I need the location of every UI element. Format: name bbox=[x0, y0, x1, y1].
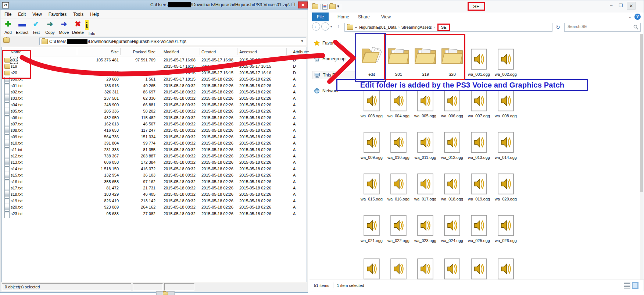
file-tile-wa_008.ogg[interactable]: wa_008.ogg bbox=[494, 89, 518, 118]
file-tile-S19[interactable]: S19 bbox=[413, 39, 437, 77]
file-tile-wa_001.ogg[interactable]: wa_001.ogg bbox=[467, 47, 491, 77]
file-tile-wa_012.ogg[interactable]: wa_012.ogg bbox=[440, 131, 464, 160]
table-row[interactable]: s17.txt81 47221 7312015-05-18 00:322015-… bbox=[2, 185, 307, 191]
column-divider[interactable] bbox=[157, 48, 157, 55]
maximize-button[interactable]: ❐ bbox=[289, 1, 297, 8]
table-row[interactable]: s192015-05-17 16:152015-05-17 16:142015-… bbox=[2, 63, 307, 70]
file-tile-wa_022.ogg[interactable]: wa_022.ogg bbox=[386, 214, 411, 243]
tab-file[interactable]: File bbox=[312, 13, 329, 21]
file-tile-wa_006.ogg[interactable]: wa_006.ogg bbox=[440, 89, 464, 118]
minimize-button[interactable]: – bbox=[607, 2, 616, 10]
tab-home[interactable]: Home bbox=[333, 13, 354, 21]
file-tile-S01[interactable]: S01 bbox=[386, 39, 411, 77]
breadcrumb-collapsed[interactable]: « bbox=[355, 25, 357, 29]
column-header-modified[interactable]: Modified bbox=[164, 49, 179, 55]
new-folder-icon[interactable] bbox=[329, 4, 336, 9]
file-tile-wa_016.ogg[interactable]: wa_016.ogg bbox=[386, 172, 411, 201]
tab-share[interactable]: Share bbox=[353, 13, 375, 21]
file-tile-wa_013.ogg[interactable]: wa_013.ogg bbox=[467, 131, 491, 160]
scrollbar-thumb[interactable] bbox=[640, 34, 643, 192]
details-view-toggle-icon[interactable] bbox=[624, 282, 630, 289]
table-row[interactable]: s00.txt29 6881 5612015-05-17 18:152015-0… bbox=[2, 76, 307, 82]
column-header-name[interactable]: Name bbox=[11, 49, 21, 55]
table-row[interactable]: s01105 376 48197 591 7092015-05-17 16:08… bbox=[2, 57, 307, 63]
table-row[interactable]: s02.txt326 31186 6972015-05-18 00:322015… bbox=[2, 89, 307, 95]
search-icon[interactable] bbox=[633, 25, 638, 30]
table-row[interactable]: s13.txt606 058172 3842015-05-18 00:32201… bbox=[2, 159, 307, 166]
column-divider[interactable] bbox=[120, 48, 121, 55]
back-button[interactable]: ← bbox=[312, 22, 320, 31]
table-row[interactable]: s23.txt95 68327 0822015-05-18 00:322015-… bbox=[2, 211, 307, 217]
menu-item-view[interactable]: View bbox=[29, 12, 45, 17]
column-divider[interactable] bbox=[77, 48, 77, 55]
maximize-button[interactable]: ❐ bbox=[616, 2, 625, 10]
table-row[interactable]: s19.txt826 419213 1422015-05-18 00:32201… bbox=[2, 198, 307, 204]
file-tile-wa_021.ogg[interactable]: wa_021.ogg bbox=[359, 214, 384, 243]
file-tile-wa_007.ogg[interactable]: wa_007.ogg bbox=[467, 89, 491, 118]
file-tile-wa_024.ogg[interactable]: wa_024.ogg bbox=[440, 214, 464, 243]
thumbnail-view-toggle-icon[interactable] bbox=[632, 282, 638, 289]
column-divider[interactable] bbox=[237, 48, 237, 55]
file-tile-wa_025.ogg[interactable]: wa_025.ogg bbox=[467, 214, 491, 243]
table-row[interactable]: s20.txt923 089264 1622015-05-18 00:32201… bbox=[2, 204, 307, 210]
menu-item-edit[interactable]: Edit bbox=[15, 12, 29, 17]
column-header-packed-size[interactable]: Packed Size bbox=[121, 49, 155, 55]
refresh-button[interactable]: ↻ bbox=[554, 23, 562, 32]
sevenzip-titlebar[interactable]: 7z C:\Users\Downloads\Higurashi\Higurash… bbox=[0, 0, 308, 10]
table-row[interactable]: s10.txt391 80499 7742015-05-18 00:322015… bbox=[2, 140, 307, 146]
file-tile-wa_002.ogg[interactable]: wa_002.ogg bbox=[494, 47, 518, 77]
recent-pages-dropdown-icon[interactable]: ▾ bbox=[330, 25, 332, 28]
column-header-size[interactable]: Size bbox=[78, 49, 119, 55]
table-row[interactable]: s16.txt355 65897 1622015-05-18 00:322015… bbox=[2, 179, 307, 185]
file-tile-wa_009.ogg[interactable]: wa_009.ogg bbox=[359, 131, 384, 160]
column-divider[interactable] bbox=[200, 48, 200, 55]
table-row[interactable]: s09.txt564 736151 3342015-05-18 00:32201… bbox=[2, 134, 307, 140]
taskbar-fragment[interactable] bbox=[156, 291, 175, 295]
copy-button[interactable]: ➜Copy bbox=[43, 18, 57, 36]
table-row[interactable]: s18.txt183 42946 4052015-05-18 00:322015… bbox=[2, 191, 307, 198]
column-header-attributes[interactable]: Attributes bbox=[293, 49, 310, 55]
address-bar[interactable]: «HigurashiEp01_Data›StreamingAssets›SE ⌄ bbox=[344, 23, 552, 32]
info-button[interactable]: iInfo bbox=[85, 18, 99, 36]
table-row[interactable]: s07.txt162 61346 5072015-05-18 00:322015… bbox=[2, 121, 307, 127]
file-tile[interactable] bbox=[467, 257, 491, 280]
menu-item-favorites[interactable]: Favorites bbox=[45, 12, 70, 17]
file-tile-edit[interactable]: edit bbox=[359, 39, 384, 77]
breadcrumb-item-higurashiep01_data[interactable]: HigurashiEp01_Data bbox=[359, 25, 397, 29]
file-tile[interactable] bbox=[413, 257, 437, 280]
file-tile-wa_011.ogg[interactable]: wa_011.ogg bbox=[413, 131, 437, 160]
column-header-accessed[interactable]: Accessed bbox=[239, 49, 257, 55]
file-tile[interactable] bbox=[386, 257, 411, 280]
table-row[interactable]: s15.txt132 95436 1032015-05-18 00:322015… bbox=[2, 172, 307, 178]
column-header-created[interactable]: Created bbox=[201, 49, 216, 55]
extract-button[interactable]: ▬Extract bbox=[15, 18, 29, 36]
properties-icon[interactable] bbox=[322, 4, 328, 10]
breadcrumb-item-se[interactable]: SE bbox=[437, 24, 450, 31]
up-button[interactable]: ↑ bbox=[335, 23, 342, 30]
move-button[interactable]: ➜Move bbox=[57, 18, 71, 36]
up-folder-button[interactable] bbox=[3, 38, 12, 45]
table-row[interactable]: s20580 093 725543 383 9662015-05-17 16:1… bbox=[2, 70, 307, 76]
table-row[interactable]: s03.txt237 58162 3362015-05-18 00:322015… bbox=[2, 95, 307, 102]
breadcrumb-item-streamingassets[interactable]: StreamingAssets bbox=[401, 25, 432, 29]
file-tile[interactable] bbox=[359, 257, 384, 280]
combobox-dropdown-icon[interactable]: ▼ bbox=[299, 39, 305, 44]
add-button[interactable]: ✚Add bbox=[1, 18, 15, 36]
table-row[interactable]: s11.txt281 33381 3552015-05-18 00:322015… bbox=[2, 147, 307, 153]
table-row[interactable]: s06.txt432 950115 4822015-05-18 00:32201… bbox=[2, 115, 307, 121]
table-row[interactable]: s05.txt205 33658 2022015-05-18 00:322015… bbox=[2, 108, 307, 114]
file-tile-wa_014.ogg[interactable]: wa_014.ogg bbox=[494, 131, 518, 160]
table-row[interactable]: s04.txt248 90066 8812015-05-18 00:322015… bbox=[2, 102, 307, 108]
file-tile-wa_017.ogg[interactable]: wa_017.ogg bbox=[413, 172, 437, 201]
sidebar-item-favorites[interactable]: Favorites bbox=[312, 39, 355, 47]
menu-item-help[interactable]: Help bbox=[87, 12, 103, 17]
file-tile-wa_018.ogg[interactable]: wa_018.ogg bbox=[440, 172, 464, 201]
vertical-scrollbar[interactable] bbox=[640, 34, 643, 280]
table-row[interactable]: s12.txt738 367203 8872015-05-18 00:32201… bbox=[2, 153, 307, 159]
explorer-titlebar[interactable]: ▾ SE – ❐ ✕ bbox=[309, 0, 644, 13]
forward-button[interactable]: → bbox=[321, 22, 329, 31]
file-tile-wa_023.ogg[interactable]: wa_023.ogg bbox=[413, 214, 437, 243]
file-tile-wa_015.ogg[interactable]: wa_015.ogg bbox=[359, 172, 384, 201]
file-tile-wa_026.ogg[interactable]: wa_026.ogg bbox=[494, 214, 518, 243]
customize-qat-icon[interactable]: ▾ bbox=[337, 5, 339, 8]
